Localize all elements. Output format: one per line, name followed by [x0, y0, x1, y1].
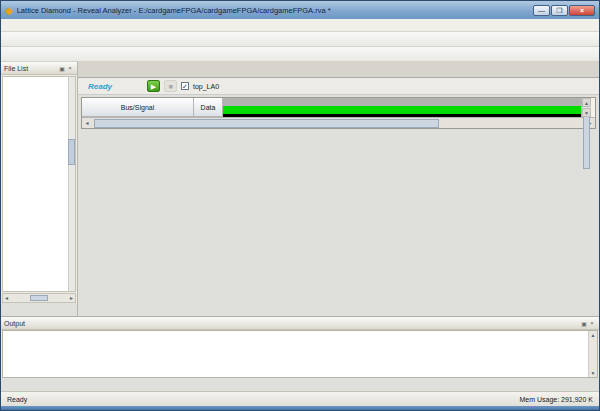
scroll-up-icon[interactable]: ▲ — [582, 98, 591, 107]
waveform-horizontal-scrollbar[interactable]: ◄ ► — [82, 117, 595, 128]
timeline-ruler[interactable] — [223, 98, 581, 117]
status-text: Ready — [7, 396, 27, 403]
waveform-panel: Bus/Signal Data ▲ ▼ ◄ — [81, 97, 596, 129]
analyzer-toolbar: Ready ▶ ■ ✓ top_LA0 — [78, 78, 599, 95]
app-logo-icon: ◆ — [5, 5, 13, 16]
close-panel-icon[interactable]: × — [588, 320, 596, 326]
window-title: Lattice Diamond - Reveal Analyzer - E:/c… — [17, 6, 533, 15]
stop-analyzer-button[interactable]: ■ — [164, 80, 177, 92]
memory-usage: Mem Usage: 291,920 K — [519, 396, 593, 403]
maximize-button[interactable]: ❐ — [551, 5, 568, 16]
document-tabs — [78, 62, 599, 78]
close-panel-icon[interactable]: × — [66, 65, 74, 71]
toolbar-standard — [1, 32, 599, 47]
output-console[interactable]: ▲▼ — [2, 330, 598, 378]
scrollbar-thumb[interactable] — [94, 119, 439, 128]
run-analyzer-button[interactable]: ▶ — [147, 80, 160, 92]
close-button[interactable]: × — [569, 5, 595, 16]
status-bar: Ready Mem Usage: 291,920 K — [1, 391, 599, 406]
file-list-panel: File List ▣ × ◄ ► — [1, 62, 78, 316]
scroll-left-icon[interactable]: ◄ — [4, 295, 9, 301]
pin-icon[interactable]: ▣ — [580, 320, 588, 327]
output-scrollbar[interactable]: ▲▼ — [588, 331, 597, 377]
output-header: Output ▣ × — [1, 317, 599, 330]
output-title: Output — [4, 320, 25, 327]
analyzer-status: Ready — [88, 82, 143, 91]
app-window: ◆ Lattice Diamond - Reveal Analyzer - E:… — [0, 0, 600, 411]
toolbar-tools — [1, 47, 599, 62]
scroll-left-icon[interactable]: ◄ — [82, 120, 92, 126]
waveform-vertical-scrollbar[interactable]: ▲ ▼ — [581, 98, 591, 117]
column-header-data[interactable]: Data — [194, 98, 223, 117]
pin-icon[interactable]: ▣ — [58, 65, 66, 72]
core-checkbox-label: top_LA0 — [193, 83, 219, 90]
waveform-grid: Bus/Signal Data — [82, 98, 581, 117]
titlebar[interactable]: ◆ Lattice Diamond - Reveal Analyzer - E:… — [1, 1, 599, 19]
left-panel-tabs — [1, 303, 77, 316]
file-list-title: File List — [4, 65, 28, 72]
core-checkbox[interactable]: ✓ — [181, 82, 189, 90]
scroll-down-icon[interactable]: ▼ — [582, 108, 591, 117]
tree-vertical-scrollbar[interactable] — [68, 77, 75, 291]
analyzer-view-tabs — [78, 130, 599, 144]
file-list-header: File List ▣ × — [1, 62, 77, 75]
menu-bar — [1, 19, 599, 32]
file-tree[interactable] — [2, 76, 76, 292]
console-tabs — [1, 378, 599, 391]
column-header-bus-signal[interactable]: Bus/Signal — [82, 98, 194, 117]
tree-horizontal-scrollbar[interactable]: ◄ ► — [2, 293, 76, 303]
minimize-button[interactable]: — — [533, 5, 550, 16]
window-bottom-edge — [1, 406, 599, 410]
scroll-right-icon[interactable]: ► — [69, 295, 74, 301]
output-panel: Output ▣ × ▲▼ — [1, 316, 599, 378]
